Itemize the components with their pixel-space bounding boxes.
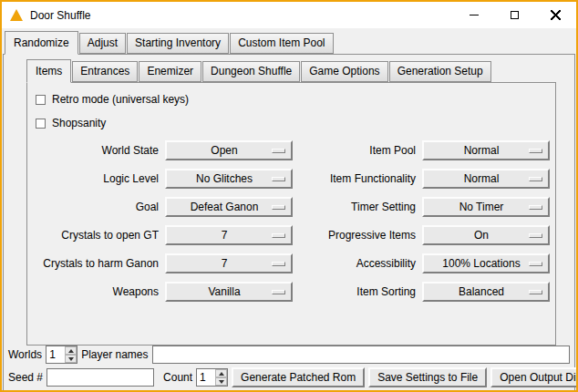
close-icon <box>551 10 561 20</box>
weapons-label: Weapons <box>31 285 159 298</box>
progressive-items-dropdown[interactable]: On <box>422 225 550 245</box>
generate-patched-rom-button[interactable]: Generate Patched Rom <box>232 367 365 387</box>
worlds-up-button[interactable] <box>65 346 77 355</box>
dropdown-indicator-icon <box>272 262 285 266</box>
worlds-input[interactable] <box>46 346 65 363</box>
retro-mode-label: Retro mode (universal keys) <box>52 93 189 106</box>
accessibility-value: 100% Locations <box>442 257 520 270</box>
logic-level-value: No Glitches <box>196 172 253 185</box>
dropdown-indicator-icon <box>529 290 542 294</box>
progressive-items-label: Progressive Items <box>299 229 416 242</box>
item-pool-label: Item Pool <box>299 144 416 157</box>
arrow-up-icon <box>219 372 224 376</box>
crystals-gt-label: Crystals to open GT <box>31 229 159 242</box>
open-output-directory-button[interactable]: Open Output Directory <box>490 367 578 387</box>
retro-mode-row: Retro mode (universal keys) <box>36 93 552 106</box>
tab-game-options[interactable]: Game Options <box>301 61 387 82</box>
dropdown-indicator-icon <box>529 205 542 210</box>
shopsanity-checkbox[interactable] <box>36 119 46 129</box>
maximize-icon <box>511 11 519 19</box>
dropdown-indicator-icon <box>272 205 285 210</box>
item-pool-dropdown[interactable]: Normal <box>422 140 550 160</box>
arrow-up-icon <box>68 349 74 353</box>
window-controls <box>453 2 576 28</box>
seed-label: Seed # <box>8 371 43 384</box>
close-button[interactable] <box>535 2 576 28</box>
dropdown-indicator-icon <box>529 177 542 181</box>
crystals-ganon-label: Crystals to harm Ganon <box>31 257 159 270</box>
title-bar: Door Shuffle <box>2 2 576 28</box>
minimize-button[interactable] <box>453 2 494 28</box>
world-state-value: Open <box>211 144 237 157</box>
goal-label: Goal <box>31 201 159 213</box>
maximize-button[interactable] <box>494 2 535 28</box>
goal-dropdown[interactable]: Defeat Ganon <box>165 197 293 217</box>
dropdown-indicator-icon <box>529 262 542 266</box>
timer-setting-label: Timer Setting <box>299 201 416 213</box>
progressive-items-value: On <box>474 229 489 242</box>
count-label: Count <box>163 371 192 384</box>
tab-items[interactable]: Items <box>26 59 71 83</box>
tab-randomize[interactable]: Randomize <box>5 31 78 55</box>
bottom-controls: Worlds Player names Seed # Count <box>4 346 574 392</box>
tab-enemizer[interactable]: Enemizer <box>139 61 201 82</box>
crystals-gt-dropdown[interactable]: 7 <box>165 225 293 245</box>
app-icon <box>10 9 23 21</box>
window-title: Door Shuffle <box>30 9 91 22</box>
item-functionality-dropdown[interactable]: Normal <box>422 169 550 189</box>
tab-entrances[interactable]: Entrances <box>72 61 138 82</box>
timer-setting-dropdown[interactable]: No Timer <box>422 197 550 217</box>
crystals-gt-value: 7 <box>222 229 228 242</box>
tab-custom-item-pool[interactable]: Custom Item Pool <box>230 33 333 54</box>
logic-level-dropdown[interactable]: No Glitches <box>165 169 293 189</box>
tab-dungeon-shuffle[interactable]: Dungeon Shuffle <box>202 61 300 82</box>
dropdown-indicator-icon <box>272 233 285 238</box>
world-state-label: World State <box>31 144 159 157</box>
accessibility-dropdown[interactable]: 100% Locations <box>422 253 550 273</box>
count-down-button[interactable] <box>215 377 227 386</box>
player-names-input[interactable] <box>152 346 571 364</box>
item-functionality-value: Normal <box>464 172 500 185</box>
count-up-button[interactable] <box>215 369 227 377</box>
dropdown-indicator-icon <box>529 149 542 153</box>
tab-adjust[interactable]: Adjust <box>79 33 126 54</box>
item-pool-value: Normal <box>464 144 500 157</box>
items-tab-panel: Retro mode (universal keys) Shopsanity W… <box>26 82 556 346</box>
randomize-tab-panel: Items Entrances Enemizer Dungeon Shuffle… <box>3 54 575 392</box>
player-names-label: Player names <box>81 348 148 361</box>
door-shuffle-window: Door Shuffle Randomize Adjust Starting I… <box>0 0 578 392</box>
weapons-value: Vanilla <box>208 285 240 298</box>
crystals-ganon-value: 7 <box>222 257 228 270</box>
item-sorting-value: Balanced <box>459 285 504 298</box>
worlds-row: Worlds Player names <box>8 346 570 364</box>
world-state-dropdown[interactable]: Open <box>165 140 293 160</box>
inner-notebook: Items Entrances Enemizer Dungeon Shuffle… <box>26 57 556 346</box>
seed-row: Seed # Count Generate Patched Rom Save S… <box>8 367 570 387</box>
save-settings-button[interactable]: Save Settings to File <box>368 367 487 387</box>
goal-value: Defeat Ganon <box>191 201 259 213</box>
inner-tab-bar: Items Entrances Enemizer Dungeon Shuffle… <box>26 57 556 82</box>
options-grid: World State Open Item Pool Normal Logic … <box>31 140 552 302</box>
arrow-down-icon <box>68 357 74 361</box>
retro-mode-checkbox[interactable] <box>36 95 46 105</box>
weapons-dropdown[interactable]: Vanilla <box>165 282 293 302</box>
seed-input[interactable] <box>46 368 154 387</box>
count-input[interactable] <box>197 369 215 386</box>
tab-starting-inventory[interactable]: Starting Inventory <box>127 33 229 54</box>
worlds-stepper-buttons <box>65 346 77 363</box>
outer-tab-bar: Randomize Adjust Starting Inventory Cust… <box>2 28 576 54</box>
logic-level-label: Logic Level <box>31 172 159 185</box>
dropdown-indicator-icon <box>272 290 285 294</box>
item-sorting-dropdown[interactable]: Balanced <box>422 282 550 302</box>
dropdown-indicator-icon <box>272 149 285 153</box>
worlds-label: Worlds <box>8 348 42 361</box>
dropdown-indicator-icon <box>272 177 285 181</box>
item-sorting-label: Item Sorting <box>299 285 416 298</box>
count-stepper-buttons <box>215 369 227 386</box>
tab-generation-setup[interactable]: Generation Setup <box>389 61 491 82</box>
shopsanity-label: Shopsanity <box>52 117 106 129</box>
crystals-ganon-dropdown[interactable]: 7 <box>165 253 293 273</box>
minimize-icon <box>470 15 479 15</box>
count-stepper <box>196 368 228 387</box>
worlds-down-button[interactable] <box>65 355 77 363</box>
